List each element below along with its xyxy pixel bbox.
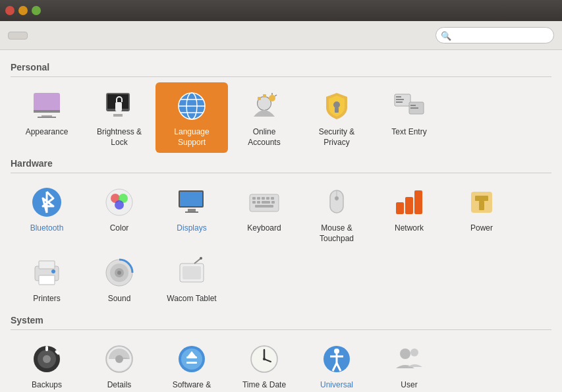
printers-icon xyxy=(30,256,64,290)
svg-point-74 xyxy=(43,355,51,363)
text-entry-label: Text Entry xyxy=(391,127,426,138)
settings-item-printers[interactable]: Printers xyxy=(11,249,83,310)
svg-point-91 xyxy=(334,349,339,354)
displays-icon xyxy=(175,185,209,219)
settings-item-security-privacy[interactable]: Security & Privacy xyxy=(300,82,373,153)
appearance-icon xyxy=(30,89,64,123)
settings-item-language-support[interactable]: Language Support xyxy=(155,82,228,153)
backups-icon xyxy=(30,342,64,376)
svg-rect-42 xyxy=(257,197,260,200)
section-title-system: System xyxy=(11,315,551,325)
text-entry-icon xyxy=(392,89,426,123)
settings-item-appearance[interactable]: Appearance xyxy=(11,82,83,153)
svg-point-67 xyxy=(117,271,121,275)
security-privacy-label: Security & Privacy xyxy=(319,127,355,148)
settings-item-power[interactable]: Power xyxy=(445,179,518,249)
settings-item-sound[interactable]: Sound xyxy=(83,249,155,310)
settings-item-displays[interactable]: Displays xyxy=(155,179,228,249)
minimize-button[interactable] xyxy=(18,6,28,15)
svg-rect-8 xyxy=(115,102,122,111)
svg-rect-38 xyxy=(188,209,196,211)
svg-rect-47 xyxy=(257,201,260,204)
svg-rect-46 xyxy=(252,201,256,204)
settings-item-brightness-lock[interactable]: Brightness & Lock xyxy=(83,82,155,153)
mouse-touchpad-icon xyxy=(320,185,354,219)
brightness-lock-label: Brightness & Lock xyxy=(97,127,142,148)
svg-rect-0 xyxy=(34,93,60,113)
settings-item-user-accounts[interactable]: User Accounts xyxy=(373,335,445,392)
power-label: Power xyxy=(470,223,493,234)
section-title-hardware: Hardware xyxy=(11,158,551,169)
content-area: PersonalAppearanceBrightness & LockLangu… xyxy=(0,50,562,392)
svg-rect-37 xyxy=(180,192,202,206)
all-settings-button[interactable] xyxy=(8,32,28,40)
section-divider-personal xyxy=(11,76,551,77)
svg-rect-45 xyxy=(271,197,274,200)
svg-point-22 xyxy=(333,101,340,108)
settings-item-bluetooth[interactable]: Bluetooth xyxy=(11,179,83,249)
section-grid-hardware: BluetoothColorDisplaysKeyboardMouse & To… xyxy=(11,179,551,310)
svg-rect-50 xyxy=(255,205,273,208)
svg-rect-3 xyxy=(38,117,56,118)
settings-item-text-entry[interactable]: Text Entry xyxy=(373,82,445,153)
settings-item-backups[interactable]: Backups xyxy=(11,335,83,392)
network-label: Network xyxy=(395,223,424,234)
search-wrap: 🔍 xyxy=(436,27,554,43)
settings-item-details[interactable]: Details xyxy=(83,335,155,392)
svg-point-71 xyxy=(200,257,202,260)
bluetooth-icon xyxy=(30,185,64,219)
power-icon xyxy=(464,185,499,219)
svg-rect-41 xyxy=(252,197,256,200)
settings-item-time-date[interactable]: Time & Date xyxy=(228,335,300,392)
color-icon xyxy=(102,185,136,219)
svg-rect-55 xyxy=(405,197,413,214)
settings-item-software-updates[interactable]: Software & Updates xyxy=(155,335,228,392)
svg-point-79 xyxy=(115,355,123,363)
svg-rect-7 xyxy=(113,114,123,117)
close-button[interactable] xyxy=(5,6,14,15)
svg-rect-69 xyxy=(183,266,201,279)
svg-rect-26 xyxy=(396,99,404,100)
svg-rect-44 xyxy=(266,197,269,200)
svg-rect-30 xyxy=(410,107,418,109)
svg-rect-18 xyxy=(263,94,266,98)
sound-label: Sound xyxy=(108,294,131,304)
settings-item-color[interactable]: Color xyxy=(83,179,155,249)
settings-item-online-accounts[interactable]: Online Accounts xyxy=(228,82,300,153)
toolbar: 🔍 xyxy=(0,21,562,50)
software-updates-icon xyxy=(175,342,209,376)
svg-line-21 xyxy=(275,95,277,96)
maximize-button[interactable] xyxy=(32,6,41,15)
backups-label: Backups xyxy=(32,380,62,391)
svg-rect-49 xyxy=(271,201,275,204)
svg-rect-43 xyxy=(262,197,265,200)
svg-rect-58 xyxy=(475,196,488,201)
settings-item-network[interactable]: Network xyxy=(373,179,445,249)
search-icon: 🔍 xyxy=(441,30,451,40)
svg-point-35 xyxy=(115,200,124,210)
keyboard-icon xyxy=(247,185,281,219)
section-grid-personal: AppearanceBrightness & LockLanguage Supp… xyxy=(11,82,551,153)
svg-rect-25 xyxy=(396,96,401,98)
bluetooth-label: Bluetooth xyxy=(30,223,64,234)
language-support-label: Language Support xyxy=(174,127,209,148)
security-privacy-icon xyxy=(320,89,354,123)
settings-item-wacom-tablet[interactable]: Wacom Tablet xyxy=(155,249,228,310)
settings-item-keyboard[interactable]: Keyboard xyxy=(228,179,300,249)
displays-label: Displays xyxy=(177,223,206,234)
settings-item-universal-access[interactable]: Universal Access xyxy=(300,335,373,392)
svg-point-96 xyxy=(400,349,410,359)
svg-rect-17 xyxy=(258,97,261,100)
details-icon xyxy=(102,342,136,376)
svg-point-53 xyxy=(335,196,339,200)
section-divider-hardware xyxy=(11,173,551,173)
section-grid-system: BackupsDetailsSoftware & UpdatesTime & D… xyxy=(11,335,551,392)
section-divider-system xyxy=(11,329,551,330)
svg-rect-54 xyxy=(396,202,404,214)
language-support-icon xyxy=(175,89,209,123)
svg-point-97 xyxy=(410,349,418,356)
brightness-lock-icon xyxy=(102,89,136,123)
settings-item-mouse-touchpad[interactable]: Mouse & Touchpad xyxy=(300,179,373,249)
search-input[interactable] xyxy=(436,27,554,43)
time-date-icon xyxy=(247,342,281,376)
